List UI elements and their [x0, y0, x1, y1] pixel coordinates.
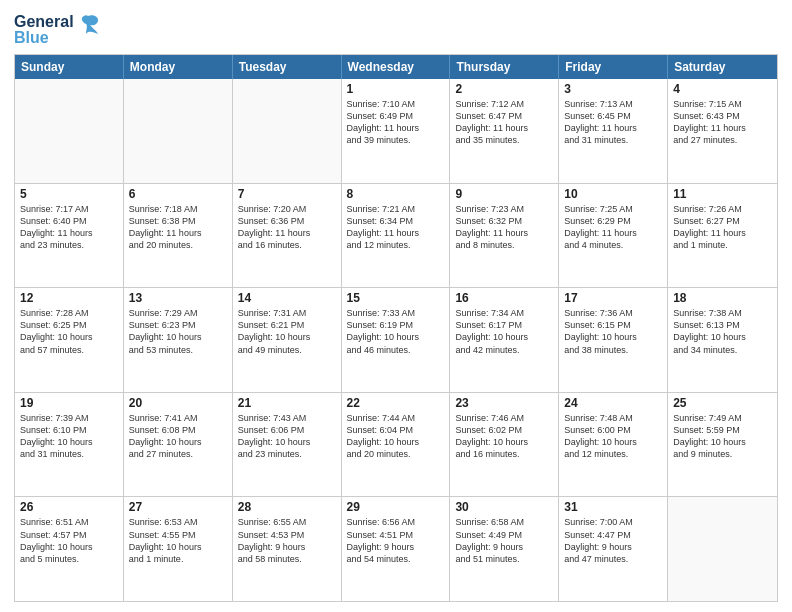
day-info: Sunrise: 7:41 AM Sunset: 6:08 PM Dayligh…	[129, 412, 227, 461]
day-number: 25	[673, 396, 772, 410]
calendar-cell	[124, 79, 233, 183]
day-number: 5	[20, 187, 118, 201]
calendar-cell: 12Sunrise: 7:28 AM Sunset: 6:25 PM Dayli…	[15, 288, 124, 392]
day-number: 2	[455, 82, 553, 96]
day-number: 24	[564, 396, 662, 410]
day-number: 21	[238, 396, 336, 410]
day-header-tuesday: Tuesday	[233, 55, 342, 79]
day-info: Sunrise: 7:39 AM Sunset: 6:10 PM Dayligh…	[20, 412, 118, 461]
calendar-cell: 3Sunrise: 7:13 AM Sunset: 6:45 PM Daylig…	[559, 79, 668, 183]
day-number: 22	[347, 396, 445, 410]
calendar-cell: 14Sunrise: 7:31 AM Sunset: 6:21 PM Dayli…	[233, 288, 342, 392]
day-number: 7	[238, 187, 336, 201]
calendar-cell: 20Sunrise: 7:41 AM Sunset: 6:08 PM Dayli…	[124, 393, 233, 497]
day-info: Sunrise: 7:25 AM Sunset: 6:29 PM Dayligh…	[564, 203, 662, 252]
day-info: Sunrise: 7:28 AM Sunset: 6:25 PM Dayligh…	[20, 307, 118, 356]
day-info: Sunrise: 7:10 AM Sunset: 6:49 PM Dayligh…	[347, 98, 445, 147]
day-number: 30	[455, 500, 553, 514]
calendar-cell: 24Sunrise: 7:48 AM Sunset: 6:00 PM Dayli…	[559, 393, 668, 497]
week-row-1: 1Sunrise: 7:10 AM Sunset: 6:49 PM Daylig…	[15, 79, 777, 184]
day-headers-row: SundayMondayTuesdayWednesdayThursdayFrid…	[15, 55, 777, 79]
calendar-cell: 6Sunrise: 7:18 AM Sunset: 6:38 PM Daylig…	[124, 184, 233, 288]
week-row-2: 5Sunrise: 7:17 AM Sunset: 6:40 PM Daylig…	[15, 184, 777, 289]
day-number: 29	[347, 500, 445, 514]
day-info: Sunrise: 7:17 AM Sunset: 6:40 PM Dayligh…	[20, 203, 118, 252]
day-info: Sunrise: 7:21 AM Sunset: 6:34 PM Dayligh…	[347, 203, 445, 252]
day-info: Sunrise: 6:58 AM Sunset: 4:49 PM Dayligh…	[455, 516, 553, 565]
calendar-cell: 9Sunrise: 7:23 AM Sunset: 6:32 PM Daylig…	[450, 184, 559, 288]
day-number: 28	[238, 500, 336, 514]
day-number: 6	[129, 187, 227, 201]
day-number: 15	[347, 291, 445, 305]
day-number: 8	[347, 187, 445, 201]
day-info: Sunrise: 7:49 AM Sunset: 5:59 PM Dayligh…	[673, 412, 772, 461]
calendar-cell: 22Sunrise: 7:44 AM Sunset: 6:04 PM Dayli…	[342, 393, 451, 497]
calendar-page: General Blue SundayMondayTuesdayWednesda…	[0, 0, 792, 612]
day-number: 17	[564, 291, 662, 305]
calendar-cell: 25Sunrise: 7:49 AM Sunset: 5:59 PM Dayli…	[668, 393, 777, 497]
calendar-cell: 11Sunrise: 7:26 AM Sunset: 6:27 PM Dayli…	[668, 184, 777, 288]
day-info: Sunrise: 6:53 AM Sunset: 4:55 PM Dayligh…	[129, 516, 227, 565]
calendar-cell: 10Sunrise: 7:25 AM Sunset: 6:29 PM Dayli…	[559, 184, 668, 288]
logo-blue: Blue	[14, 30, 74, 46]
day-number: 1	[347, 82, 445, 96]
logo-general: General	[14, 14, 74, 30]
day-number: 18	[673, 291, 772, 305]
calendar-cell: 19Sunrise: 7:39 AM Sunset: 6:10 PM Dayli…	[15, 393, 124, 497]
day-number: 14	[238, 291, 336, 305]
day-number: 31	[564, 500, 662, 514]
calendar-grid: SundayMondayTuesdayWednesdayThursdayFrid…	[14, 54, 778, 602]
logo: General Blue	[14, 14, 100, 46]
calendar-cell: 31Sunrise: 7:00 AM Sunset: 4:47 PM Dayli…	[559, 497, 668, 601]
calendar-cell: 29Sunrise: 6:56 AM Sunset: 4:51 PM Dayli…	[342, 497, 451, 601]
day-info: Sunrise: 7:13 AM Sunset: 6:45 PM Dayligh…	[564, 98, 662, 147]
calendar-cell: 7Sunrise: 7:20 AM Sunset: 6:36 PM Daylig…	[233, 184, 342, 288]
calendar-cell: 16Sunrise: 7:34 AM Sunset: 6:17 PM Dayli…	[450, 288, 559, 392]
day-info: Sunrise: 7:46 AM Sunset: 6:02 PM Dayligh…	[455, 412, 553, 461]
week-row-4: 19Sunrise: 7:39 AM Sunset: 6:10 PM Dayli…	[15, 393, 777, 498]
day-number: 16	[455, 291, 553, 305]
day-info: Sunrise: 7:18 AM Sunset: 6:38 PM Dayligh…	[129, 203, 227, 252]
day-info: Sunrise: 6:51 AM Sunset: 4:57 PM Dayligh…	[20, 516, 118, 565]
calendar-cell: 30Sunrise: 6:58 AM Sunset: 4:49 PM Dayli…	[450, 497, 559, 601]
day-info: Sunrise: 7:43 AM Sunset: 6:06 PM Dayligh…	[238, 412, 336, 461]
day-info: Sunrise: 6:55 AM Sunset: 4:53 PM Dayligh…	[238, 516, 336, 565]
day-info: Sunrise: 7:00 AM Sunset: 4:47 PM Dayligh…	[564, 516, 662, 565]
week-row-3: 12Sunrise: 7:28 AM Sunset: 6:25 PM Dayli…	[15, 288, 777, 393]
day-info: Sunrise: 7:44 AM Sunset: 6:04 PM Dayligh…	[347, 412, 445, 461]
calendar-cell: 5Sunrise: 7:17 AM Sunset: 6:40 PM Daylig…	[15, 184, 124, 288]
day-info: Sunrise: 7:31 AM Sunset: 6:21 PM Dayligh…	[238, 307, 336, 356]
calendar-cell: 18Sunrise: 7:38 AM Sunset: 6:13 PM Dayli…	[668, 288, 777, 392]
day-header-monday: Monday	[124, 55, 233, 79]
day-header-saturday: Saturday	[668, 55, 777, 79]
day-info: Sunrise: 7:33 AM Sunset: 6:19 PM Dayligh…	[347, 307, 445, 356]
calendar-cell	[233, 79, 342, 183]
day-info: Sunrise: 7:23 AM Sunset: 6:32 PM Dayligh…	[455, 203, 553, 252]
day-info: Sunrise: 7:38 AM Sunset: 6:13 PM Dayligh…	[673, 307, 772, 356]
day-info: Sunrise: 7:34 AM Sunset: 6:17 PM Dayligh…	[455, 307, 553, 356]
day-number: 26	[20, 500, 118, 514]
day-info: Sunrise: 7:29 AM Sunset: 6:23 PM Dayligh…	[129, 307, 227, 356]
day-number: 23	[455, 396, 553, 410]
header: General Blue	[14, 10, 778, 46]
day-info: Sunrise: 7:12 AM Sunset: 6:47 PM Dayligh…	[455, 98, 553, 147]
calendar-cell: 15Sunrise: 7:33 AM Sunset: 6:19 PM Dayli…	[342, 288, 451, 392]
day-number: 3	[564, 82, 662, 96]
day-number: 4	[673, 82, 772, 96]
day-number: 12	[20, 291, 118, 305]
calendar-cell	[15, 79, 124, 183]
day-number: 19	[20, 396, 118, 410]
day-number: 13	[129, 291, 227, 305]
calendar-cell: 2Sunrise: 7:12 AM Sunset: 6:47 PM Daylig…	[450, 79, 559, 183]
day-info: Sunrise: 7:15 AM Sunset: 6:43 PM Dayligh…	[673, 98, 772, 147]
day-header-friday: Friday	[559, 55, 668, 79]
day-info: Sunrise: 7:26 AM Sunset: 6:27 PM Dayligh…	[673, 203, 772, 252]
calendar-cell: 1Sunrise: 7:10 AM Sunset: 6:49 PM Daylig…	[342, 79, 451, 183]
day-number: 11	[673, 187, 772, 201]
calendar-cell: 13Sunrise: 7:29 AM Sunset: 6:23 PM Dayli…	[124, 288, 233, 392]
calendar-cell	[668, 497, 777, 601]
calendar-cell: 4Sunrise: 7:15 AM Sunset: 6:43 PM Daylig…	[668, 79, 777, 183]
day-info: Sunrise: 6:56 AM Sunset: 4:51 PM Dayligh…	[347, 516, 445, 565]
day-header-sunday: Sunday	[15, 55, 124, 79]
calendar-cell: 8Sunrise: 7:21 AM Sunset: 6:34 PM Daylig…	[342, 184, 451, 288]
